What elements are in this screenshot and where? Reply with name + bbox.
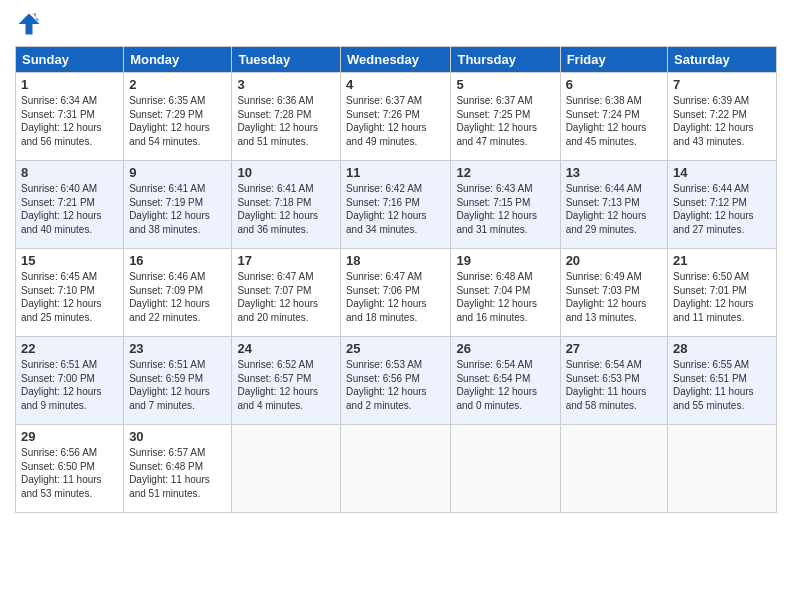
- cell-content: Sunrise: 6:47 AMSunset: 7:07 PMDaylight:…: [237, 271, 318, 323]
- cell-content: Sunrise: 6:51 AMSunset: 7:00 PMDaylight:…: [21, 359, 102, 411]
- calendar-week-row: 1 Sunrise: 6:34 AMSunset: 7:31 PMDayligh…: [16, 73, 777, 161]
- table-row: [451, 425, 560, 513]
- day-number: 27: [566, 341, 662, 356]
- day-number: 18: [346, 253, 445, 268]
- day-number: 21: [673, 253, 771, 268]
- calendar-week-row: 29 Sunrise: 6:56 AMSunset: 6:50 PMDaylig…: [16, 425, 777, 513]
- day-number: 24: [237, 341, 335, 356]
- table-row: 21 Sunrise: 6:50 AMSunset: 7:01 PMDaylig…: [668, 249, 777, 337]
- calendar-header-friday: Friday: [560, 47, 667, 73]
- cell-content: Sunrise: 6:47 AMSunset: 7:06 PMDaylight:…: [346, 271, 427, 323]
- table-row: 23 Sunrise: 6:51 AMSunset: 6:59 PMDaylig…: [124, 337, 232, 425]
- day-number: 3: [237, 77, 335, 92]
- calendar-header-saturday: Saturday: [668, 47, 777, 73]
- calendar-header-wednesday: Wednesday: [341, 47, 451, 73]
- cell-content: Sunrise: 6:43 AMSunset: 7:15 PMDaylight:…: [456, 183, 537, 235]
- calendar-week-row: 8 Sunrise: 6:40 AMSunset: 7:21 PMDayligh…: [16, 161, 777, 249]
- table-row: 25 Sunrise: 6:53 AMSunset: 6:56 PMDaylig…: [341, 337, 451, 425]
- day-number: 26: [456, 341, 554, 356]
- day-number: 22: [21, 341, 118, 356]
- table-row: 24 Sunrise: 6:52 AMSunset: 6:57 PMDaylig…: [232, 337, 341, 425]
- day-number: 1: [21, 77, 118, 92]
- table-row: 3 Sunrise: 6:36 AMSunset: 7:28 PMDayligh…: [232, 73, 341, 161]
- day-number: 12: [456, 165, 554, 180]
- table-row: 4 Sunrise: 6:37 AMSunset: 7:26 PMDayligh…: [341, 73, 451, 161]
- cell-content: Sunrise: 6:41 AMSunset: 7:18 PMDaylight:…: [237, 183, 318, 235]
- day-number: 4: [346, 77, 445, 92]
- cell-content: Sunrise: 6:52 AMSunset: 6:57 PMDaylight:…: [237, 359, 318, 411]
- day-number: 17: [237, 253, 335, 268]
- calendar-week-row: 22 Sunrise: 6:51 AMSunset: 7:00 PMDaylig…: [16, 337, 777, 425]
- table-row: [560, 425, 667, 513]
- day-number: 11: [346, 165, 445, 180]
- calendar-header-thursday: Thursday: [451, 47, 560, 73]
- cell-content: Sunrise: 6:51 AMSunset: 6:59 PMDaylight:…: [129, 359, 210, 411]
- day-number: 16: [129, 253, 226, 268]
- logo: [15, 10, 47, 38]
- table-row: 10 Sunrise: 6:41 AMSunset: 7:18 PMDaylig…: [232, 161, 341, 249]
- table-row: 7 Sunrise: 6:39 AMSunset: 7:22 PMDayligh…: [668, 73, 777, 161]
- cell-content: Sunrise: 6:39 AMSunset: 7:22 PMDaylight:…: [673, 95, 754, 147]
- table-row: 16 Sunrise: 6:46 AMSunset: 7:09 PMDaylig…: [124, 249, 232, 337]
- cell-content: Sunrise: 6:54 AMSunset: 6:54 PMDaylight:…: [456, 359, 537, 411]
- calendar-header-monday: Monday: [124, 47, 232, 73]
- header: [15, 10, 777, 38]
- day-number: 30: [129, 429, 226, 444]
- cell-content: Sunrise: 6:41 AMSunset: 7:19 PMDaylight:…: [129, 183, 210, 235]
- cell-content: Sunrise: 6:55 AMSunset: 6:51 PMDaylight:…: [673, 359, 754, 411]
- calendar-table: SundayMondayTuesdayWednesdayThursdayFrid…: [15, 46, 777, 513]
- calendar-header-sunday: Sunday: [16, 47, 124, 73]
- day-number: 5: [456, 77, 554, 92]
- table-row: 27 Sunrise: 6:54 AMSunset: 6:53 PMDaylig…: [560, 337, 667, 425]
- cell-content: Sunrise: 6:40 AMSunset: 7:21 PMDaylight:…: [21, 183, 102, 235]
- table-row: 6 Sunrise: 6:38 AMSunset: 7:24 PMDayligh…: [560, 73, 667, 161]
- calendar-header-row: SundayMondayTuesdayWednesdayThursdayFrid…: [16, 47, 777, 73]
- cell-content: Sunrise: 6:44 AMSunset: 7:13 PMDaylight:…: [566, 183, 647, 235]
- cell-content: Sunrise: 6:48 AMSunset: 7:04 PMDaylight:…: [456, 271, 537, 323]
- table-row: 1 Sunrise: 6:34 AMSunset: 7:31 PMDayligh…: [16, 73, 124, 161]
- table-row: 15 Sunrise: 6:45 AMSunset: 7:10 PMDaylig…: [16, 249, 124, 337]
- day-number: 9: [129, 165, 226, 180]
- svg-marker-0: [19, 14, 40, 35]
- cell-content: Sunrise: 6:37 AMSunset: 7:26 PMDaylight:…: [346, 95, 427, 147]
- logo-icon: [15, 10, 43, 38]
- cell-content: Sunrise: 6:53 AMSunset: 6:56 PMDaylight:…: [346, 359, 427, 411]
- table-row: [341, 425, 451, 513]
- cell-content: Sunrise: 6:50 AMSunset: 7:01 PMDaylight:…: [673, 271, 754, 323]
- table-row: 19 Sunrise: 6:48 AMSunset: 7:04 PMDaylig…: [451, 249, 560, 337]
- cell-content: Sunrise: 6:42 AMSunset: 7:16 PMDaylight:…: [346, 183, 427, 235]
- day-number: 7: [673, 77, 771, 92]
- day-number: 29: [21, 429, 118, 444]
- table-row: [668, 425, 777, 513]
- table-row: 22 Sunrise: 6:51 AMSunset: 7:00 PMDaylig…: [16, 337, 124, 425]
- table-row: 17 Sunrise: 6:47 AMSunset: 7:07 PMDaylig…: [232, 249, 341, 337]
- table-row: 13 Sunrise: 6:44 AMSunset: 7:13 PMDaylig…: [560, 161, 667, 249]
- day-number: 25: [346, 341, 445, 356]
- cell-content: Sunrise: 6:37 AMSunset: 7:25 PMDaylight:…: [456, 95, 537, 147]
- cell-content: Sunrise: 6:36 AMSunset: 7:28 PMDaylight:…: [237, 95, 318, 147]
- table-row: 2 Sunrise: 6:35 AMSunset: 7:29 PMDayligh…: [124, 73, 232, 161]
- table-row: 28 Sunrise: 6:55 AMSunset: 6:51 PMDaylig…: [668, 337, 777, 425]
- page-container: SundayMondayTuesdayWednesdayThursdayFrid…: [0, 0, 792, 523]
- cell-content: Sunrise: 6:45 AMSunset: 7:10 PMDaylight:…: [21, 271, 102, 323]
- day-number: 28: [673, 341, 771, 356]
- cell-content: Sunrise: 6:38 AMSunset: 7:24 PMDaylight:…: [566, 95, 647, 147]
- table-row: 5 Sunrise: 6:37 AMSunset: 7:25 PMDayligh…: [451, 73, 560, 161]
- cell-content: Sunrise: 6:44 AMSunset: 7:12 PMDaylight:…: [673, 183, 754, 235]
- cell-content: Sunrise: 6:54 AMSunset: 6:53 PMDaylight:…: [566, 359, 647, 411]
- table-row: 18 Sunrise: 6:47 AMSunset: 7:06 PMDaylig…: [341, 249, 451, 337]
- day-number: 14: [673, 165, 771, 180]
- table-row: 8 Sunrise: 6:40 AMSunset: 7:21 PMDayligh…: [16, 161, 124, 249]
- table-row: [232, 425, 341, 513]
- day-number: 13: [566, 165, 662, 180]
- cell-content: Sunrise: 6:57 AMSunset: 6:48 PMDaylight:…: [129, 447, 210, 499]
- calendar-week-row: 15 Sunrise: 6:45 AMSunset: 7:10 PMDaylig…: [16, 249, 777, 337]
- day-number: 2: [129, 77, 226, 92]
- cell-content: Sunrise: 6:46 AMSunset: 7:09 PMDaylight:…: [129, 271, 210, 323]
- day-number: 8: [21, 165, 118, 180]
- table-row: 29 Sunrise: 6:56 AMSunset: 6:50 PMDaylig…: [16, 425, 124, 513]
- table-row: 26 Sunrise: 6:54 AMSunset: 6:54 PMDaylig…: [451, 337, 560, 425]
- cell-content: Sunrise: 6:35 AMSunset: 7:29 PMDaylight:…: [129, 95, 210, 147]
- day-number: 15: [21, 253, 118, 268]
- table-row: 14 Sunrise: 6:44 AMSunset: 7:12 PMDaylig…: [668, 161, 777, 249]
